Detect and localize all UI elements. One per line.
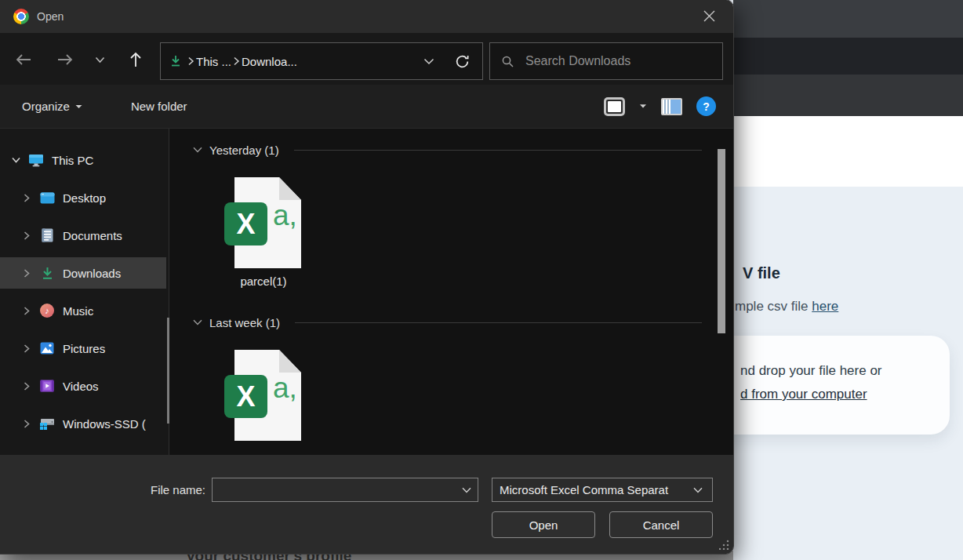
file-tile-parcel[interactable]: a, X parcel(1) <box>216 176 311 288</box>
new-folder-label: New folder <box>131 100 187 113</box>
filelist-scrollbar-thumb[interactable] <box>718 149 725 333</box>
sidebar-item-windows-ssd[interactable]: Windows-SSD ( <box>0 408 166 439</box>
sample-csv-here-link[interactable]: here <box>812 299 838 314</box>
up-button[interactable] <box>121 45 151 75</box>
chrome-icon <box>13 9 29 24</box>
group-header-last-week[interactable]: Last week (1) <box>193 312 702 333</box>
downloads-folder-icon <box>169 54 183 68</box>
sidebar-item-this-pc[interactable]: This PC <box>0 144 166 176</box>
videos-icon <box>39 380 55 392</box>
dialog-title: Open <box>37 10 64 23</box>
csv-glyph: a, <box>273 199 297 232</box>
chevron-collapsed-icon[interactable] <box>20 194 33 202</box>
sidebar-item-pictures[interactable]: Pictures <box>0 333 166 364</box>
dialog-footer: File name: Microsoft Excel Comma Separat… <box>0 455 733 554</box>
group-rule <box>295 322 702 323</box>
filename-dropdown-icon[interactable] <box>456 487 478 493</box>
file-fold-corner <box>279 177 301 200</box>
arrow-up-icon <box>129 51 143 68</box>
breadcrumb-separator-icon <box>233 56 240 66</box>
file-name-combobox[interactable] <box>212 478 478 502</box>
search-box[interactable]: Search Downloads <box>489 42 723 80</box>
group-label: Yesterday (1) <box>209 144 279 157</box>
music-note-glyph: ♪ <box>40 304 54 318</box>
sidebar-item-label: Windows-SSD ( <box>63 417 146 431</box>
forward-icon <box>56 53 74 67</box>
change-view-icon[interactable] <box>604 97 625 116</box>
upload-from-computer-link[interactable]: d from your computer <box>740 387 867 402</box>
group-rule <box>294 150 702 151</box>
open-button[interactable]: Open <box>492 511 595 538</box>
chevron-collapsed-icon[interactable] <box>20 344 33 353</box>
organize-button[interactable]: Organize <box>22 100 82 113</box>
new-folder-button[interactable]: New folder <box>131 100 187 113</box>
recent-locations-button[interactable] <box>85 45 114 75</box>
sidebar-item-desktop[interactable]: Desktop <box>0 182 166 213</box>
cancel-button-label: Cancel <box>643 518 680 532</box>
screen: V file mple csv file here nd drop your f… <box>0 0 963 560</box>
browser-tabstrip <box>733 0 963 38</box>
page-sample-text: mple csv file <box>735 299 812 314</box>
help-glyph: ? <box>703 100 710 113</box>
dropzone-text-fragment: nd drop your file here or <box>740 363 882 379</box>
open-file-dialog: Open <box>0 0 733 554</box>
preview-pane-icon[interactable] <box>661 98 682 115</box>
forward-button[interactable] <box>50 45 80 75</box>
search-icon <box>501 55 514 68</box>
back-icon <box>15 53 32 67</box>
group-header-yesterday[interactable]: Yesterday (1) <box>193 140 702 160</box>
sidebar-item-videos[interactable]: Videos <box>0 370 166 402</box>
navigation-bar: This ... Downloa... Search Downloads <box>0 33 733 85</box>
open-button-label: Open <box>529 518 558 532</box>
csv-file-icon: a, X <box>224 348 303 442</box>
file-name-field-label: File name: <box>94 483 205 496</box>
chevron-collapsed-icon[interactable] <box>20 231 33 240</box>
chevron-collapsed-icon[interactable] <box>20 307 33 315</box>
close-icon <box>703 9 716 23</box>
view-dropdown-caret-icon[interactable] <box>639 104 647 109</box>
sidebar-item-label: Videos <box>63 380 99 393</box>
dialog-titlebar[interactable]: Open <box>0 0 733 33</box>
excel-x-badge: X <box>224 202 267 245</box>
sidebar-item-label: Downloads <box>63 267 121 280</box>
refresh-icon[interactable] <box>455 54 470 69</box>
dialog-toolbar: Organize New folder ? <box>0 85 733 129</box>
music-icon: ♪ <box>39 304 55 318</box>
address-bar[interactable]: This ... Downloa... <box>160 42 483 80</box>
breadcrumb-separator-icon <box>187 56 194 66</box>
caret-down-icon <box>75 104 82 109</box>
file-tile-lastweek[interactable]: a, X <box>216 348 311 442</box>
cancel-button[interactable]: Cancel <box>609 511 713 538</box>
breadcrumb-this-pc[interactable]: This ... <box>196 55 231 68</box>
sidebar-item-label: Music <box>63 304 93 318</box>
sidebar-item-label: Desktop <box>63 191 106 205</box>
back-button[interactable] <box>9 45 38 75</box>
downloads-icon <box>39 266 55 281</box>
sidebar-item-downloads[interactable]: Downloads <box>0 257 166 289</box>
dialog-body: This PC Desktop <box>0 129 733 455</box>
sidebar-item-music[interactable]: ♪ Music <box>0 295 166 326</box>
file-fold-corner <box>279 350 301 373</box>
search-placeholder: Search Downloads <box>525 54 630 68</box>
group-chevron-icon[interactable] <box>193 319 202 325</box>
address-dropdown-icon[interactable] <box>423 58 434 65</box>
sidebar-item-documents[interactable]: Documents <box>0 220 166 251</box>
csv-file-icon: a, X <box>224 176 303 270</box>
pictures-icon <box>39 342 55 355</box>
windows-drive-icon <box>39 416 55 431</box>
csv-glyph: a, <box>273 372 297 405</box>
page-header-area <box>733 116 963 187</box>
breadcrumb-downloads[interactable]: Downloa... <box>242 55 297 68</box>
chevron-expanded-icon[interactable] <box>9 157 22 163</box>
filetype-dropdown-icon[interactable] <box>687 487 709 493</box>
chevron-collapsed-icon[interactable] <box>20 420 33 428</box>
help-icon[interactable]: ? <box>696 96 716 116</box>
file-name-input[interactable] <box>213 478 456 501</box>
file-type-select[interactable]: Microsoft Excel Comma Separat <box>492 478 713 502</box>
sidebar-scrollbar-thumb[interactable] <box>167 318 169 424</box>
chevron-collapsed-icon[interactable] <box>20 382 33 391</box>
chevron-collapsed-icon[interactable] <box>20 269 33 278</box>
close-button[interactable] <box>691 0 727 31</box>
group-chevron-icon[interactable] <box>193 147 202 153</box>
resize-grip[interactable] <box>719 540 729 550</box>
